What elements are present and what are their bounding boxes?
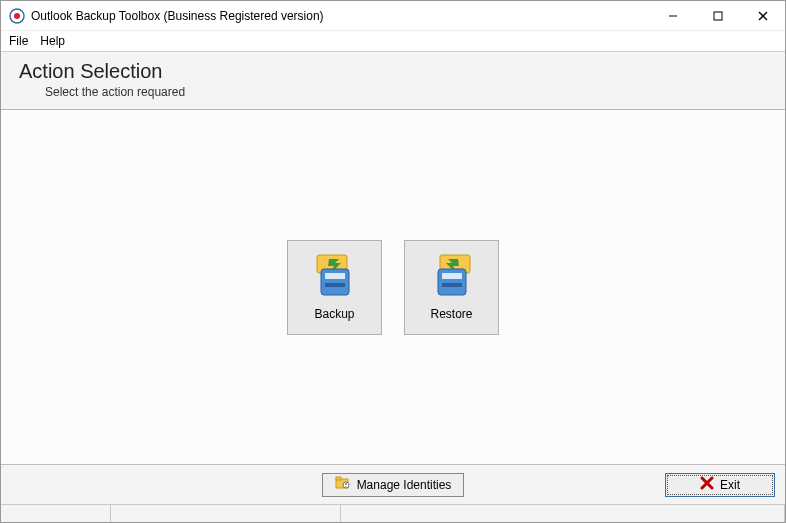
app-icon [9,8,25,24]
statusbar [1,504,785,522]
minimize-button[interactable] [650,1,695,31]
svg-rect-9 [325,283,345,287]
restore-icon [428,253,476,301]
manage-identities-label: Manage Identities [357,478,452,492]
exit-label: Exit [720,478,740,492]
svg-rect-3 [714,12,722,20]
svg-rect-11 [438,269,466,295]
exit-button[interactable]: Exit [665,473,775,497]
content-area: Backup Restore [1,110,785,464]
svg-point-17 [345,483,347,485]
backup-icon [311,253,359,301]
page-subtitle: Select the action requared [45,85,767,99]
page-header: Action Selection Select the action requa… [1,51,785,110]
manage-identities-button[interactable]: Manage Identities [322,473,465,497]
svg-point-1 [14,13,20,19]
backup-button[interactable]: Backup [287,240,382,335]
menu-file[interactable]: File [9,34,28,48]
close-button[interactable] [740,1,785,31]
maximize-button[interactable] [695,1,740,31]
identities-icon [335,476,351,493]
svg-rect-8 [325,273,345,279]
menu-help[interactable]: Help [40,34,65,48]
page-title: Action Selection [19,60,767,83]
backup-label: Backup [314,307,354,321]
window-controls [650,1,785,31]
restore-button[interactable]: Restore [404,240,499,335]
menubar: File Help [1,31,785,51]
svg-rect-7 [321,269,349,295]
bottom-bar: Manage Identities Exit [1,464,785,504]
exit-icon [700,476,714,493]
window-title: Outlook Backup Toolbox (Business Registe… [31,9,324,23]
svg-rect-15 [336,477,341,480]
svg-rect-13 [442,283,462,287]
titlebar: Outlook Backup Toolbox (Business Registe… [1,1,785,31]
svg-rect-12 [442,273,462,279]
restore-label: Restore [430,307,472,321]
